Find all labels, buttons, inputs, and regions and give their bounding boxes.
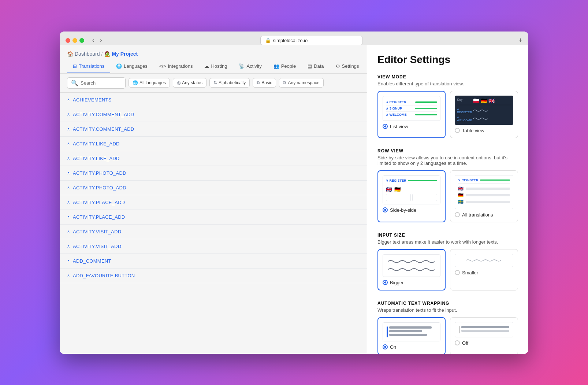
bigger-option[interactable]: Bigger: [377, 249, 446, 290]
list-item[interactable]: ∧ ADD_COMMENT: [60, 254, 367, 269]
translation-key: ACTIVITY.PHOTO_ADD: [73, 185, 126, 190]
search-box[interactable]: 🔍: [67, 77, 126, 89]
tab-hosting[interactable]: ☁ Hosting: [198, 60, 233, 73]
close-button[interactable]: [66, 38, 70, 43]
list-view-radio[interactable]: [383, 124, 388, 129]
smaller-option[interactable]: Smaller: [450, 249, 518, 290]
translation-key: ACTIVITY.COMMENT_ADD: [73, 112, 134, 117]
tab-translations[interactable]: ⊞ Translations: [67, 60, 110, 73]
view-icon: ⧉: [257, 80, 260, 85]
wrap-off-option[interactable]: Off: [450, 317, 518, 354]
minimize-button[interactable]: [72, 38, 77, 43]
sidebyside-option[interactable]: ∨ REGISTER 🇬🇧 🇩🇪: [377, 170, 446, 222]
translation-key: ADD_FAVOURITE.BUTTON: [73, 273, 135, 278]
lock-icon: 🔒: [265, 38, 271, 43]
all-translations-radio[interactable]: [455, 212, 460, 217]
list-item[interactable]: ∧ ACTIVITY.PHOTO_ADD: [60, 166, 367, 181]
breadcrumb-separator: /: [101, 51, 103, 57]
breadcrumb-dashboard[interactable]: Dashboard: [75, 51, 100, 57]
smaller-radio[interactable]: [455, 270, 460, 275]
wrap-off-radio[interactable]: [455, 340, 460, 345]
view-mode-desc: Enables different type of translation vi…: [377, 81, 518, 86]
row-view-options: ∨ REGISTER 🇬🇧 🇩🇪: [377, 170, 518, 222]
people-icon: 👥: [273, 63, 279, 69]
project-emoji: 🧟: [104, 51, 110, 57]
table-view-radio[interactable]: [455, 128, 460, 133]
translation-key: ACTIVITY.COMMENT_ADD: [73, 126, 134, 132]
tab-languages[interactable]: 🌐 Languages: [110, 60, 153, 73]
translation-key: ACTIVITY.PLACE_ADD: [73, 214, 125, 220]
namespace-filter[interactable]: ⧉ Any namespace: [279, 78, 323, 88]
integrations-icon: </>: [159, 63, 166, 69]
tab-activity[interactable]: 📡 Activity: [233, 60, 267, 73]
list-item[interactable]: ∧ ACTIVITY.PLACE_ADD: [60, 210, 367, 225]
maximize-button[interactable]: [79, 38, 84, 43]
auto-wrap-title: AUTOMATIC TEXT WRAPPING: [377, 301, 518, 306]
all-translations-option[interactable]: ∨ REGISTER 🇬🇧 🇩🇪: [450, 170, 518, 222]
sort-icon: ⇅: [213, 80, 217, 85]
view-filter[interactable]: ⧉ Basic: [253, 78, 276, 88]
bigger-preview: [383, 254, 440, 277]
back-button[interactable]: ‹: [90, 36, 96, 44]
translation-key: ACTIVITY.LIKE_ADD: [73, 141, 120, 147]
breadcrumb-project[interactable]: 🧟 My Project: [104, 51, 138, 57]
search-input[interactable]: [81, 80, 122, 86]
activity-icon: 📡: [239, 63, 245, 69]
tab-people[interactable]: 👥 People: [268, 60, 302, 73]
address-bar[interactable]: 🔒 simplelocalize.io: [260, 36, 363, 45]
project-name: My Project: [112, 51, 138, 57]
wrap-off-preview: [455, 322, 513, 337]
settings-icon: ⚙: [336, 63, 340, 69]
auto-wrap-options: On: [377, 317, 518, 354]
all-translations-label: All translations: [462, 212, 493, 218]
search-icon: 🔍: [71, 79, 78, 86]
list-view-option[interactable]: ∧ REGISTER ∧ SIGNUP ∧ WELCOME: [377, 91, 446, 138]
language-filter[interactable]: 🌐 All languages: [129, 78, 170, 88]
view-mode-section: VIEW MODE Enables different type of tran…: [377, 74, 518, 138]
wrap-on-radio[interactable]: [383, 344, 388, 349]
chevron-icon: ∧: [67, 273, 70, 278]
table-view-option[interactable]: Key 🇵🇱 🇩🇪 🇬🇧 ∧ REGISTER: [450, 91, 518, 138]
smaller-label: Smaller: [462, 270, 478, 275]
translation-key: ACHIEVEMENTS: [73, 97, 112, 103]
translation-key: ADD_COMMENT: [73, 258, 111, 264]
sort-filter[interactable]: ⇅ Alphabetically: [209, 78, 250, 88]
list-item[interactable]: ∧ ACTIVITY.LIKE_ADD: [60, 151, 367, 166]
status-filter[interactable]: ◎ Any status: [173, 78, 206, 88]
input-size-title: INPUT SIZE: [377, 233, 518, 238]
list-item[interactable]: ∧ ACTIVITY.VISIT_ADD: [60, 239, 367, 254]
input-size-desc: Bigger text areas make it easier to work…: [377, 239, 518, 245]
translation-key: ACTIVITY.LIKE_ADD: [73, 156, 120, 161]
forward-button[interactable]: ›: [98, 36, 104, 44]
list-item[interactable]: ∧ ACHIEVEMENTS: [60, 93, 367, 107]
list-item[interactable]: ∧ ACTIVITY.COMMENT_ADD: [60, 107, 367, 122]
tab-integrations[interactable]: </> Integrations: [153, 60, 199, 73]
squiggle-big-2: [388, 267, 435, 272]
hosting-icon: ☁: [204, 63, 209, 69]
all-translations-preview: ∨ REGISTER 🇬🇧 🇩🇪: [455, 175, 513, 209]
chevron-icon: ∧: [67, 112, 70, 117]
list-item[interactable]: ∧ ACTIVITY.PHOTO_ADD: [60, 181, 367, 195]
traffic-lights: [66, 38, 84, 43]
tab-settings[interactable]: ⚙ Settings: [330, 60, 365, 73]
sidebyside-radio[interactable]: [383, 207, 388, 212]
chevron-icon: ∧: [67, 97, 70, 102]
list-item[interactable]: ∧ ACTIVITY.PLACE_ADD: [60, 195, 367, 210]
list-item[interactable]: ∧ ADD_FAVOURITE.BUTTON: [60, 269, 367, 283]
tab-data[interactable]: ▤ Data: [302, 60, 330, 73]
sidebyside-label: Side-by-side: [390, 207, 416, 213]
chevron-icon: ∧: [67, 185, 70, 190]
translation-key: ACTIVITY.PHOTO_ADD: [73, 170, 126, 176]
nav-tabs: ⊞ Translations 🌐 Languages </> Integrati…: [60, 60, 367, 74]
list-item[interactable]: ∧ ACTIVITY.VISIT_ADD: [60, 225, 367, 239]
bigger-radio[interactable]: [383, 280, 388, 285]
translations-icon: ⊞: [73, 63, 77, 69]
input-size-section: INPUT SIZE Bigger text areas make it eas…: [377, 233, 518, 290]
row-view-desc: Side-by-side view allows you to use in-c…: [377, 155, 518, 166]
table-view-preview: Key 🇵🇱 🇩🇪 🇬🇧 ∧ REGISTER: [455, 96, 513, 125]
new-tab-button[interactable]: +: [518, 37, 522, 44]
wrap-on-preview: [383, 322, 440, 341]
list-item[interactable]: ∧ ACTIVITY.COMMENT_ADD: [60, 122, 367, 137]
wrap-on-option[interactable]: On: [377, 317, 446, 354]
list-item[interactable]: ∧ ACTIVITY.LIKE_ADD: [60, 137, 367, 151]
